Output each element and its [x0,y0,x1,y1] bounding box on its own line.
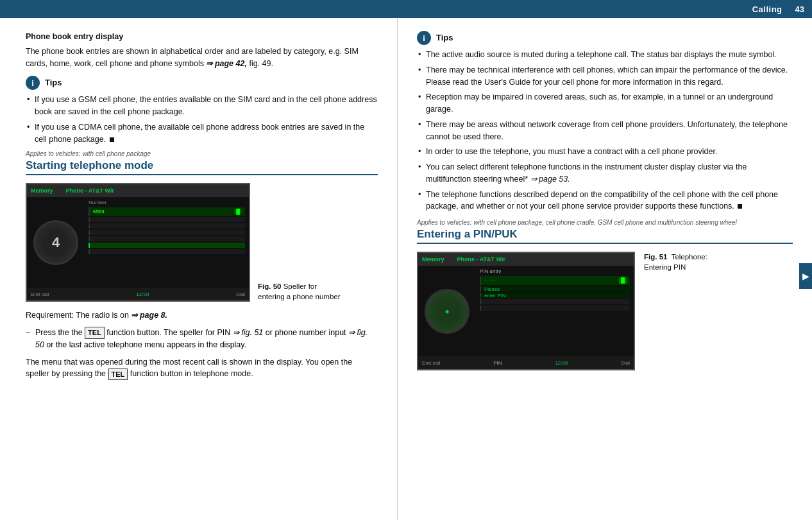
tip-item: There may be technical interference with… [417,64,793,89]
step-1-text: Press the the TEL function button. The s… [35,327,378,351]
phone-book-text: The phone book entries are shown in alph… [26,46,378,70]
tips-label-right: Tips [436,31,453,45]
car-menu-row [89,223,245,229]
figure-50-caption: Fig. 50 Speller for entering a phone num… [258,281,341,302]
car-screen-content-2: ● PIN entry ···· █ Please [418,266,634,356]
car-menu-1: Number 6504 █ [85,197,249,288]
figure-50-image: Memory Phone - AT&T Wir 4 Number 650 [26,183,250,302]
section-title-start: Starting telephone mode [26,159,378,175]
tip-item: The active audio source is muted during … [417,49,793,61]
pin-enter: enter PIN [480,293,630,298]
figure-51-caption: Fig. 51 Telephone: Entering PIN [644,252,727,272]
next-page-arrow[interactable]: ▶ [799,263,812,289]
car-bottom-bar-2: End call PIN 12:00 Dial [418,356,634,369]
tip-item: In order to use the telephone, you must … [417,146,793,158]
tel-button-2: TEL [108,368,128,381]
car-top-bar-2: Memory Phone - AT&T Wir [418,253,634,266]
car-display-2: Memory Phone - AT&T Wir ● PIN entry [418,253,634,369]
applies-to-2: Applies to vehicles: with cell phone pac… [417,219,793,226]
figure-51-image: Memory Phone - AT&T Wir ● PIN entry [417,252,635,370]
tip-item: Reception may be impaired in covered are… [417,91,793,116]
car-menu-row [480,299,630,304]
tip-item: If you use a GSM cell phone, the entries… [26,94,378,118]
phone-book-heading: Phone book entry display [26,31,378,43]
header-page: 43 [795,4,804,14]
car-menu-2: PIN entry ···· █ Please enter PIN [476,266,634,356]
header-bar: Calling 43 [0,0,812,18]
car-input-row: 6504 █ [89,207,245,216]
car-speedometer-2: ● [418,266,476,356]
car-screen-content-1: 4 Number 6504 █ [27,197,249,288]
car-pin-row: ···· █ [480,276,630,285]
car-number-label: Number [89,200,245,205]
car-menu-row-active [89,243,245,248]
end-marker [110,137,114,142]
requirement-text: Requirement: The radio is on ⇒ page 8. [26,309,378,322]
bottom-text: The menu that was opened during the most… [26,356,378,381]
tip-item: There may be areas without network cover… [417,119,793,143]
pin-label: PIN entry [480,268,630,274]
car-menu-row [89,230,245,235]
car-menu-row [480,306,630,311]
car-top-bar-1: Memory Phone - AT&T Wir [27,184,249,197]
tel-button-1: TEL [85,327,105,339]
tip-item: If you use a CDMA cell phone, the availa… [26,121,378,146]
tips-icon-right: i [417,31,431,45]
tips-icon-left: i [26,76,40,90]
tip-item: The telephone functions described depend… [417,189,793,213]
speedometer-2: ● [425,289,469,334]
applies-to-start: Applies to vehicles: with cell phone pac… [26,150,378,157]
section-title-pin: Entering a PIN/PUK [417,228,793,244]
figure-51-container: Memory Phone - AT&T Wir ● PIN entry [417,252,793,370]
header-title: Calling [752,4,782,14]
car-bottom-bar-1: End call 12:00 Dial [27,288,249,300]
tips-content-right: The active audio source is muted during … [417,49,793,212]
pin-please: Please [480,286,630,291]
main-content: Phone book entry display The phone book … [0,18,812,520]
tips-box-left: i Tips [26,76,378,90]
tips-content-left: If you use a GSM cell phone, the entries… [26,94,378,145]
tips-box-right: i Tips [417,31,793,45]
car-display-1: Memory Phone - AT&T Wir 4 Number 650 [27,184,249,300]
end-marker-right [738,204,742,209]
car-menu-row [89,249,245,254]
speedometer-1: 4 [33,220,78,265]
step-1: – Press the the TEL function button. The… [26,327,378,351]
car-menu-row [89,236,245,241]
car-speedometer-1: 4 [27,197,85,288]
figure-50-container: Memory Phone - AT&T Wir 4 Number 650 [26,183,378,302]
tip-item: You can select different telephone funct… [417,161,793,186]
left-column: Phone book entry display The phone book … [0,18,398,520]
car-menu-row [89,217,245,222]
right-column: i Tips The active audio source is muted … [398,18,812,520]
tips-label-left: Tips [45,76,62,90]
